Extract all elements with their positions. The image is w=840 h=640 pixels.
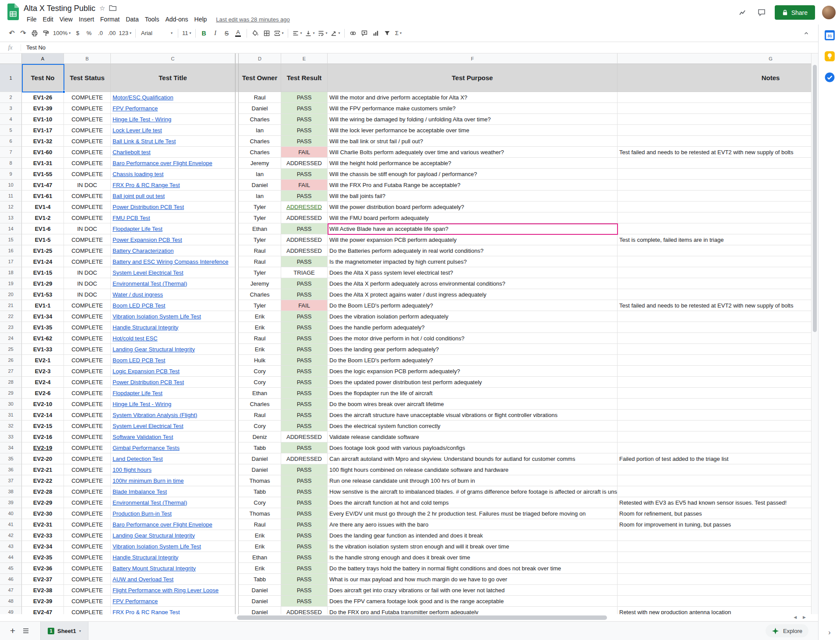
cell-B13[interactable]: COMPLETE	[64, 212, 111, 223]
cell-A20[interactable]: EV1-53	[22, 289, 64, 300]
cell-C36[interactable]: 100 flight hours	[111, 464, 235, 475]
row-header-45[interactable]: 45	[0, 563, 22, 574]
insert-comment-button[interactable]	[359, 28, 370, 39]
row-header-36[interactable]: 36	[0, 464, 22, 475]
cell-A38[interactable]: EV2-28	[22, 486, 64, 497]
cell-A11[interactable]: EV1-61	[22, 191, 64, 202]
cell-A42[interactable]: EV2-33	[22, 530, 64, 541]
row-header-37[interactable]: 37	[0, 475, 22, 486]
undo-button[interactable]: ↶	[6, 28, 18, 39]
cell-G37[interactable]	[618, 475, 811, 486]
cell-G3[interactable]	[618, 103, 811, 114]
cell-G36[interactable]	[618, 464, 811, 475]
row-header-1[interactable]: 1	[0, 64, 22, 92]
cell-D12[interactable]: Tyler	[239, 202, 281, 212]
cell-B21[interactable]: COMPLETE	[64, 300, 111, 311]
row-header-20[interactable]: 20	[0, 289, 22, 300]
menu-file[interactable]: File	[24, 15, 40, 24]
cell-D42[interactable]: Erik	[239, 530, 281, 541]
scroll-left-icon[interactable]: ◀	[794, 615, 797, 619]
row-header-33[interactable]: 33	[0, 431, 22, 442]
cell-D5[interactable]: Ian	[239, 125, 281, 136]
keep-button[interactable]	[819, 46, 840, 67]
cell-E10[interactable]: FAIL	[281, 180, 328, 191]
cell-G24[interactable]	[618, 333, 811, 344]
cell-D9[interactable]: Ian	[239, 169, 281, 180]
calendar-button[interactable]: 31	[819, 25, 840, 46]
cell-B42[interactable]: COMPLETE	[64, 530, 111, 541]
cell-F14[interactable]: Will Active Blade have an acceptable lif…	[328, 223, 618, 234]
cell-D48[interactable]: Daniel	[239, 596, 281, 607]
cell-D7[interactable]: Charles	[239, 147, 281, 158]
document-title[interactable]: Alta X Testing Public	[24, 4, 95, 13]
cell-D15[interactable]: Tyler	[239, 234, 281, 245]
cell-G17[interactable]	[618, 256, 811, 267]
cell-F12[interactable]: Will the power distribution board perfor…	[328, 202, 618, 212]
cell-C15[interactable]: Power Expansion PCB Test	[111, 234, 235, 245]
row-header-32[interactable]: 32	[0, 421, 22, 431]
cell-G42[interactable]	[618, 530, 811, 541]
print-button[interactable]	[29, 28, 40, 39]
cell-B37[interactable]: COMPLETE	[64, 475, 111, 486]
cell-A47[interactable]: EV2-38	[22, 585, 64, 596]
cell-F42[interactable]: Does the landing gear function as intend…	[328, 530, 618, 541]
format-currency-button[interactable]: $	[72, 28, 83, 39]
cell-B9[interactable]: COMPLETE	[64, 169, 111, 180]
vertical-scrollbar-thumb[interactable]	[813, 65, 817, 332]
cell-F23[interactable]: Does the handle perform adequately?	[328, 322, 618, 333]
cell-B2[interactable]: COMPLETE	[64, 92, 111, 103]
cell-A30[interactable]: EV2-10	[22, 399, 64, 410]
cell-E45[interactable]: PASS	[281, 563, 328, 574]
cell-E29[interactable]: PASS	[281, 388, 328, 399]
redo-button[interactable]: ↷	[18, 28, 29, 39]
row-header-34[interactable]: 34	[0, 442, 22, 453]
cell-F34[interactable]: Does footage look good with various payl…	[328, 442, 618, 453]
vertical-scrollbar[interactable]	[811, 53, 818, 614]
cell-A26[interactable]: EV2-1	[22, 355, 64, 366]
cell-A41[interactable]: EV2-31	[22, 519, 64, 530]
row-header-25[interactable]: 25	[0, 344, 22, 355]
cell-D49[interactable]: Daniel	[239, 607, 281, 614]
cell-F19[interactable]: Does the Alta X perform adequately acros…	[328, 278, 618, 289]
cell-C10[interactable]: FRX Pro & RC Range Test	[111, 180, 235, 191]
cell-A3[interactable]: EV1-39	[22, 103, 64, 114]
cell-F29[interactable]: Does the flopdapter run the life of airc…	[328, 388, 618, 399]
cell-A39[interactable]: EV2-29	[22, 497, 64, 508]
insert-link-button[interactable]	[347, 28, 359, 39]
insert-chart-button[interactable]	[370, 28, 381, 39]
cell-E16[interactable]: ADDRESSED	[281, 245, 328, 256]
row-header-41[interactable]: 41	[0, 519, 22, 530]
cell-A45[interactable]: EV2-36	[22, 563, 64, 574]
cell-G25[interactable]	[618, 344, 811, 355]
cell-F2[interactable]: Will the motor and drive perform accepta…	[328, 92, 618, 103]
row-header-31[interactable]: 31	[0, 410, 22, 421]
cell-G6[interactable]	[618, 136, 811, 147]
cell-G30[interactable]	[618, 399, 811, 410]
cell-D38[interactable]: Tabb	[239, 486, 281, 497]
cell-C14[interactable]: Flopdapter Life Test	[111, 223, 235, 234]
cell-A43[interactable]: EV2-34	[22, 541, 64, 552]
row-header-8[interactable]: 8	[0, 158, 22, 169]
cell-C44[interactable]: Handle Structural Integrity	[111, 552, 235, 563]
cell-D14[interactable]: Ethan	[239, 223, 281, 234]
cell-D8[interactable]: Jeremy	[239, 158, 281, 169]
borders-button[interactable]	[261, 28, 272, 39]
cell-G47[interactable]	[618, 585, 811, 596]
cell-G21[interactable]: Test failed and needs to be retested at …	[618, 300, 811, 311]
cell-C39[interactable]: Environmental Test (Thermal)	[111, 497, 235, 508]
cell-A44[interactable]: EV2-35	[22, 552, 64, 563]
cell-A49[interactable]: EV2-47	[22, 607, 64, 614]
horizontal-scrollbar-thumb[interactable]	[237, 615, 607, 620]
cell-F47[interactable]: Does aircraft get into crazy vibrations …	[328, 585, 618, 596]
cell-B17[interactable]: COMPLETE	[64, 256, 111, 267]
cell-E31[interactable]: PASS	[281, 410, 328, 421]
cell-B7[interactable]: COMPLETE	[64, 147, 111, 158]
cell-E2[interactable]: PASS	[281, 92, 328, 103]
cell-E6[interactable]: PASS	[281, 136, 328, 147]
cell-G13[interactable]	[618, 212, 811, 223]
cell-C13[interactable]: FMU PCB Test	[111, 212, 235, 223]
cell-D27[interactable]: Cory	[239, 366, 281, 377]
cell-G44[interactable]	[618, 552, 811, 563]
row-header-30[interactable]: 30	[0, 399, 22, 410]
cell-E43[interactable]: PASS	[281, 541, 328, 552]
